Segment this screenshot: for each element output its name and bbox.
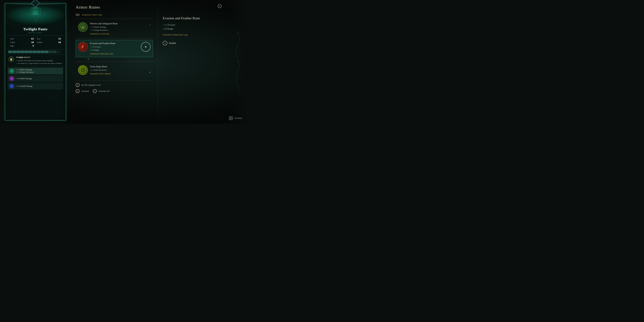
passive-text-3: + 2.3 Stealth Damage xyxy=(16,85,32,88)
hres-value: 44 xyxy=(58,41,61,44)
rune-icon-warrior-inner xyxy=(78,22,88,32)
item-card: ᛫ xyxy=(5,3,66,120)
svg-rect-21 xyxy=(229,116,231,118)
stat-hres: H-Res 44 xyxy=(37,41,61,44)
upgrade-pip-12 xyxy=(57,51,60,53)
center-divider xyxy=(158,6,158,117)
rune-aegis-numeral: II xyxy=(149,71,150,74)
sort-label: Sort By Upgrade Level xyxy=(81,84,100,86)
eva-value: 33 xyxy=(58,37,61,40)
arm-value: 63 xyxy=(31,37,34,40)
set-icon: ✋ xyxy=(8,56,14,62)
unsocket-all-button-circle[interactable]: Y xyxy=(93,89,97,93)
svg-text:ᚦ: ᚦ xyxy=(82,68,84,72)
upgrade-pip-7 xyxy=(36,51,40,53)
lres-label: L-Res xyxy=(10,41,15,44)
rune-aegis-details: Great Aegis Rune + 2.3 Elite Resistance … xyxy=(90,65,147,75)
passive-bonuses: + 1.5 Melee Damage+ 1.5 Range Resistance… xyxy=(5,66,66,91)
passive-item-1: + 1.5 Melee Damage+ 1.5 Range Resistance xyxy=(8,68,63,74)
panel-title: Armor Runes xyxy=(76,5,153,10)
rune-icon-aegis: ᚦ xyxy=(78,65,88,75)
sort-button-circle[interactable]: R xyxy=(76,83,80,87)
socket-label: Socket xyxy=(169,42,176,44)
rune-icon-aegis-inner: ᚦ xyxy=(78,66,88,74)
unsocket-label: Unsocket xyxy=(81,90,89,92)
lres-value: 44 xyxy=(31,41,34,44)
rune-evasion-location: Socketed in Fallen Hero Cape xyxy=(90,53,138,55)
action-buttons: X Unsocket Y Unsocket All xyxy=(76,89,153,93)
rune-warrior-details: Warrior and Safeguard Rune + 1.5 Melee D… xyxy=(90,22,148,35)
item-image-svg xyxy=(27,6,44,24)
rune-item-warrior[interactable]: Warrior and Safeguard Rune + 1.5 Melee D… xyxy=(76,20,153,37)
passive-text-1: + 1.5 Melee Damage+ 1.5 Range Resistance xyxy=(16,68,34,74)
passive-icon-3 xyxy=(9,84,14,88)
arm-label: Arm xyxy=(10,38,14,40)
wgt-label: Wgt xyxy=(10,44,14,47)
passive-icon-2 xyxy=(9,76,14,81)
upgrade-pip-3 xyxy=(20,51,24,53)
passive-item-2: + 2.0 Melee Damage xyxy=(8,75,63,82)
passive-icon-1 xyxy=(9,68,14,74)
selected-rune-title: Evasion and Feather Rune xyxy=(163,16,202,20)
selected-rune-stats: + 1.5 Evasion -1.0 Weight xyxy=(163,23,202,31)
rune-warrior-numeral: I xyxy=(150,24,150,26)
rune-item-evasion[interactable]: Evasion and Feather Rune + 1.5 Evasion -… xyxy=(76,40,153,57)
rune-evasion-details: Evasion and Feather Rune + 1.5 Evasion -… xyxy=(90,42,138,55)
r-button-top[interactable]: R xyxy=(218,4,222,8)
item-subtype: Divine Pants xyxy=(8,32,62,34)
svg-rect-24 xyxy=(231,118,232,120)
passive-icon-1-svg xyxy=(10,70,13,72)
divider-2 xyxy=(76,38,153,39)
target-reticle xyxy=(141,42,150,52)
svg-rect-23 xyxy=(229,118,231,120)
animus-logo: Animus xyxy=(228,116,242,120)
svg-rect-22 xyxy=(231,116,232,118)
unsocket-button-circle[interactable]: X xyxy=(76,89,80,93)
rune-icon-evasion xyxy=(78,42,88,52)
evasion-numeral-label: II xyxy=(88,58,153,60)
main-container: ᛫ xyxy=(0,0,247,124)
upgrade-pip-2 xyxy=(16,51,20,53)
passive-icon-2-svg xyxy=(10,77,13,80)
target-dot xyxy=(145,46,146,48)
unsocket-action[interactable]: X Unsocket xyxy=(76,89,89,93)
upgrade-pip-0 xyxy=(8,51,12,53)
animus-text: Animus xyxy=(234,117,242,120)
set-bullet-2: Ice shards on a Light Finisher. Lava bur… xyxy=(16,62,62,65)
selected-rune-location: Socketed in Fallen Hero Cape xyxy=(163,34,202,36)
stat-arm: Arm 63 xyxy=(10,37,34,40)
upgrade-pip-11 xyxy=(53,51,56,53)
passive-item-3: + 2.3 Stealth Damage xyxy=(8,83,63,90)
svg-point-12 xyxy=(12,71,12,71)
rune-actions: R Sort By Upgrade Level X Unsocket Y Uns… xyxy=(76,80,153,93)
aegis-rune-svg: ᚦ xyxy=(80,67,86,73)
upgrade-pip-6 xyxy=(32,51,36,53)
set-text: Twilight Set 5/5 Increase Fire Build-Up … xyxy=(16,56,62,64)
item-name: Twilight Pants xyxy=(8,27,62,31)
a-button[interactable]: A xyxy=(163,41,167,46)
upgrade-pip-9 xyxy=(44,51,48,53)
r-button-top-circle[interactable]: R xyxy=(218,4,222,8)
rune-evasion-name: Evasion and Feather Rune xyxy=(90,42,138,45)
unsocket-all-action[interactable]: Y Unsocket All xyxy=(93,89,109,93)
animus-icon xyxy=(228,116,233,120)
passive-text-2: + 2.0 Melee Damage xyxy=(16,78,32,80)
socket-button[interactable]: A Socket xyxy=(163,41,202,46)
passive-icon-3-svg xyxy=(10,85,13,88)
wgt-value: 9 xyxy=(32,44,34,47)
rune-icon-evasion-inner xyxy=(78,42,88,51)
upgrade-pip-10 xyxy=(48,51,52,53)
evasion-rune-svg xyxy=(80,44,86,50)
socketed-thor-cape: Socketed in Thor's Cape xyxy=(82,14,102,16)
rune-item-aegis[interactable]: ᚦ Great Aegis Rune + 2.3 Elite Resistanc… xyxy=(76,63,153,77)
set-title: Twilight Set 5/5 xyxy=(16,56,62,58)
action-sort[interactable]: R Sort By Upgrade Level xyxy=(76,83,153,87)
hres-label: H-Res xyxy=(37,41,42,44)
warrior-rune-svg xyxy=(80,24,86,30)
stat-eva: Eva 33 xyxy=(37,37,61,40)
rune-warrior-name: Warrior and Safeguard Rune xyxy=(90,22,148,25)
upgrade-pip-5 xyxy=(28,51,32,53)
rune-aegis-stats: + 2.3 Elite Resistance xyxy=(90,68,147,72)
upgrade-bar-container xyxy=(5,50,66,54)
stats-grid: Arm 63 Eva 33 L-Res 44 H-Res 44 Wgt 9 xyxy=(5,36,66,50)
